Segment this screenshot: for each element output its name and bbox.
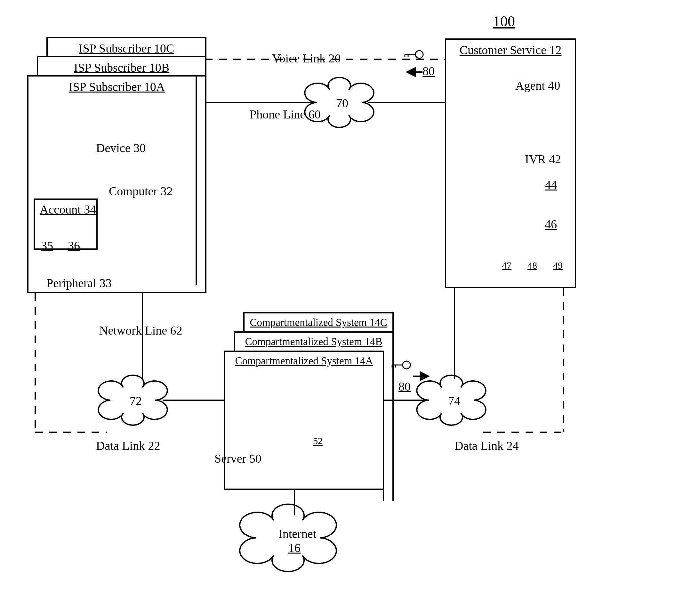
db46-label: 46	[545, 217, 557, 231]
isp-subscriber-b-title: ISP Subscriber 10B	[74, 61, 169, 75]
network-line-label: Network Line 62	[99, 323, 183, 337]
isp-subscriber-c-title: ISP Subscriber 10C	[79, 41, 174, 55]
compartment-c-title: Compartmentalized System 14C	[250, 317, 387, 328]
box49-label: 49	[553, 260, 563, 271]
customer-service-title: Customer Service 12	[460, 43, 562, 57]
account-title: Account 34	[40, 202, 96, 216]
cloud-70-label: 70	[336, 96, 348, 110]
account-key-num: 36	[68, 239, 80, 253]
cloud-72-label: 72	[130, 394, 142, 408]
key-80-data-label: 80	[399, 379, 411, 393]
ivr-label: IVR 42	[525, 152, 561, 166]
device-label: Device 30	[96, 141, 146, 155]
box47-label: 47	[502, 260, 511, 271]
server-label: Server 50	[214, 451, 262, 465]
account-user-num: 35	[41, 239, 53, 253]
key-80-voice-label: 80	[422, 64, 435, 78]
data-link-22-label: Data Link 22	[96, 439, 160, 453]
phone-line-label: Phone Line 60	[250, 107, 321, 121]
data-link-24-label: Data Link 24	[454, 439, 519, 453]
compartment-a-title: Compartmentalized System 14A	[235, 355, 373, 367]
isp-subscriber-c-panel: ISP Subscriber 10C	[47, 37, 206, 56]
compartment-c-panel: Compartmentalized System 14C	[243, 312, 394, 331]
compartment-b-panel: Compartmentalized System 14B	[234, 331, 394, 350]
cloud-internet-label: Internet 16	[278, 527, 310, 555]
agent-label: Agent 40	[515, 78, 560, 92]
isp-subscriber-b-panel: ISP Subscriber 10B	[37, 56, 206, 75]
box48-label: 48	[528, 260, 537, 271]
svg-point-28	[403, 361, 410, 369]
cloud-74-label: 74	[448, 394, 460, 408]
compartment-a-panel: Compartmentalized System 14A	[224, 350, 384, 490]
server-db-label: 52	[313, 436, 323, 446]
voice-link-label: Voice Link 20	[272, 51, 341, 65]
isp-subscriber-a-title: ISP Subscriber 10A	[69, 80, 165, 94]
computer-label: Computer 32	[109, 184, 172, 198]
internet-num: 16	[288, 541, 300, 554]
db44-label: 44	[545, 178, 557, 192]
svg-point-23	[415, 51, 423, 58]
compartment-b-title: Compartmentalized System 14B	[245, 336, 382, 348]
peripheral-label: Peripheral 33	[47, 276, 112, 290]
internet-text: Internet	[278, 527, 316, 540]
figure-number: 100	[493, 13, 515, 30]
